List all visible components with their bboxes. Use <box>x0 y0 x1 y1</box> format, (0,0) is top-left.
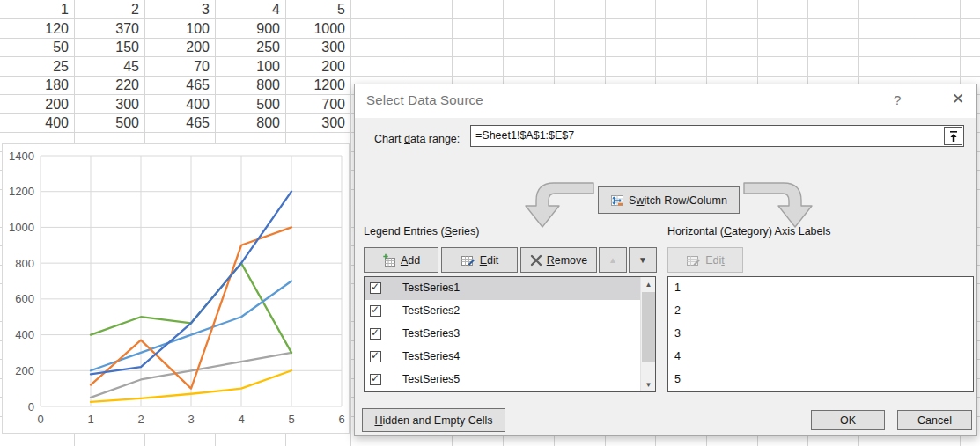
sheet-cell[interactable]: 70 <box>144 57 215 77</box>
legend-entries-listbox: ✓TestSeries1✓TestSeries2✓TestSeries3✓Tes… <box>364 276 656 392</box>
add-button-label: Add <box>401 254 420 267</box>
series-checkbox[interactable]: ✓ <box>370 374 381 385</box>
check-icon: ✓ <box>371 326 379 339</box>
svg-text:2: 2 <box>137 413 144 426</box>
axis-label-row[interactable]: 4 <box>668 346 973 369</box>
sheet-cell[interactable]: 180 <box>0 76 74 95</box>
sheet-cell[interactable]: 25 <box>0 57 74 77</box>
sheet-cell[interactable]: 200 <box>0 95 74 114</box>
sheet-cell[interactable]: 120 <box>0 19 74 39</box>
axis-label-value: 2 <box>674 304 681 317</box>
series-row[interactable]: ✓TestSeries1 <box>365 277 655 300</box>
excel-screen: 1234512037010090010005015020025030025457… <box>0 0 980 446</box>
sheet-cell[interactable]: 300 <box>285 113 350 133</box>
sheet-cell[interactable]: 465 <box>144 76 215 95</box>
sheet-cell[interactable]: 45 <box>74 57 144 77</box>
series-name: TestSeries2 <box>402 304 460 317</box>
spreadsheet-values: 1234512037010090010005015020025030025457… <box>0 0 350 133</box>
sheet-cell[interactable]: 500 <box>215 95 285 114</box>
edit-axis-labels-button[interactable]: Edit <box>667 247 743 273</box>
series-row[interactable]: ✓TestSeries4 <box>365 346 655 369</box>
sheet-cell[interactable]: 300 <box>74 95 144 114</box>
series-row[interactable]: ✓TestSeries5 <box>365 369 655 391</box>
hidden-and-empty-cells-button[interactable]: Hidden and Empty Cells <box>362 408 505 432</box>
axis-label-row[interactable]: 5 <box>668 369 973 391</box>
edit-disabled-icon <box>686 253 701 267</box>
series-checkbox[interactable]: ✓ <box>370 328 381 340</box>
series-checkbox[interactable]: ✓ <box>370 282 381 294</box>
axis-label-row[interactable]: 1 <box>668 277 973 300</box>
move-up-icon: ▲ <box>608 255 617 265</box>
ok-button[interactable]: OK <box>811 410 885 430</box>
move-down-icon: ▼ <box>638 255 647 265</box>
scroll-up-icon[interactable]: ▲ <box>641 277 656 291</box>
sheet-cell[interactable]: 100 <box>215 57 285 77</box>
sheet-cell[interactable]: 1000 <box>285 19 350 39</box>
svg-text:5: 5 <box>288 413 294 426</box>
sheet-cell[interactable]: 1 <box>0 0 74 19</box>
svg-text:4: 4 <box>238 413 244 426</box>
svg-text:400: 400 <box>15 328 34 341</box>
series-checkbox[interactable]: ✓ <box>370 351 381 362</box>
series-checkbox[interactable]: ✓ <box>370 305 381 317</box>
sheet-cell[interactable]: 200 <box>285 57 350 77</box>
sheet-cell[interactable]: 370 <box>74 19 144 39</box>
svg-text:6: 6 <box>338 413 344 426</box>
sheet-cell[interactable]: 400 <box>0 113 74 133</box>
sheet-cell[interactable]: 4 <box>215 0 285 19</box>
series-name: TestSeries4 <box>402 350 460 362</box>
svg-text:0: 0 <box>28 400 34 413</box>
move-series-up-button[interactable]: ▲ <box>599 247 627 273</box>
axis-label-value: 5 <box>674 373 681 385</box>
sheet-cell[interactable]: 100 <box>144 19 215 39</box>
edit-axis-labels-label: Edit <box>705 254 725 267</box>
sheet-cell[interactable]: 500 <box>74 113 144 133</box>
add-series-button[interactable]: Add <box>364 247 438 273</box>
sheet-cell[interactable]: 250 <box>215 38 285 57</box>
svg-text:1: 1 <box>87 413 93 426</box>
sheet-cell[interactable]: 220 <box>74 76 144 95</box>
sheet-cell[interactable]: 50 <box>0 38 74 57</box>
sheet-cell[interactable]: 150 <box>74 38 144 57</box>
axis-labels-section-label: Horizontal (Category) Axis Labels <box>667 225 831 238</box>
series-row[interactable]: ✓TestSeries3 <box>365 323 655 346</box>
sheet-cell[interactable]: 300 <box>285 38 350 57</box>
scroll-down-icon[interactable]: ▼ <box>641 377 656 391</box>
edit-series-button[interactable]: Edit <box>441 247 518 273</box>
svg-text:1200: 1200 <box>9 185 34 198</box>
remove-series-button[interactable]: Remove <box>520 247 597 273</box>
close-icon[interactable]: ✕ <box>952 90 964 108</box>
chart-data-range-label: Chart data range: <box>374 133 460 145</box>
cancel-button[interactable]: Cancel <box>897 410 972 430</box>
series-row[interactable]: ✓TestSeries2 <box>365 300 655 323</box>
sheet-cell[interactable]: 200 <box>144 38 215 57</box>
check-icon: ✓ <box>371 372 379 384</box>
axis-label-row[interactable]: 3 <box>668 323 973 346</box>
sheet-cell[interactable]: 2 <box>74 0 144 19</box>
sheet-cell[interactable]: 700 <box>285 95 350 114</box>
switch-row-column-button[interactable]: Switch Row/Column <box>598 186 740 214</box>
series-name: TestSeries3 <box>402 327 460 340</box>
collapse-dialog-button[interactable] <box>944 127 962 145</box>
scrollbar-thumb[interactable] <box>642 292 655 362</box>
chart-data-range-value: =Sheet1!$A$1:$E$7 <box>475 129 574 142</box>
sheet-cell[interactable]: 3 <box>144 0 215 19</box>
legend-list-scrollbar[interactable]: ▲ ▼ <box>640 277 655 391</box>
sheet-cell[interactable]: 465 <box>144 113 215 133</box>
sheet-cell[interactable]: 800 <box>215 76 285 95</box>
chart-data-range-input[interactable]: =Sheet1!$A$1:$E$7 <box>470 125 964 147</box>
left-curved-arrow <box>526 183 593 227</box>
check-icon: ✓ <box>371 349 379 362</box>
help-icon[interactable]: ? <box>894 92 901 107</box>
sheet-cell[interactable]: 800 <box>215 113 285 133</box>
svg-text:1400: 1400 <box>9 150 34 163</box>
svg-text:3: 3 <box>188 413 194 426</box>
move-series-down-button[interactable]: ▼ <box>629 247 657 273</box>
sheet-cell[interactable]: 400 <box>144 95 215 114</box>
embedded-line-chart[interactable]: 02004006008001000120014000123456 <box>2 143 350 434</box>
sheet-cell[interactable]: 5 <box>285 0 350 19</box>
sheet-cell[interactable]: 900 <box>215 19 285 39</box>
sheet-cell[interactable]: 1200 <box>285 76 350 95</box>
axis-label-row[interactable]: 2 <box>668 300 973 323</box>
check-icon: ✓ <box>371 303 379 316</box>
